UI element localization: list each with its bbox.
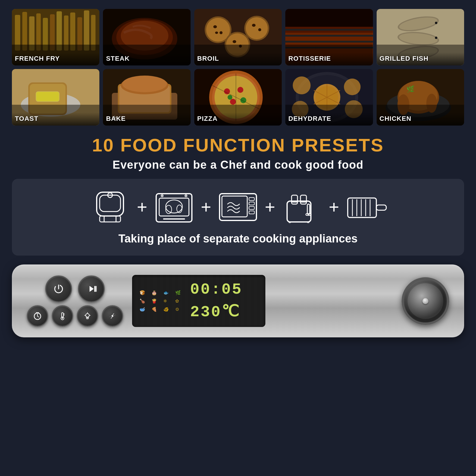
icon-chicken-display: 🍗 <box>140 298 148 304</box>
svg-rect-7 <box>57 11 62 51</box>
food-label-pizza: PIZZA <box>194 112 282 126</box>
food-item-steak[interactable]: STEAK <box>103 9 190 65</box>
food-item-bake[interactable]: ★ BAKE <box>103 69 190 126</box>
food-item-chicken[interactable]: 🌿 CHICKEN <box>377 69 464 126</box>
presets-title: 10 FOOD FUNCTION PRESETS <box>92 134 384 156</box>
svg-line-80 <box>212 85 260 109</box>
food-label-rotisserie: ROTISSERIE <box>285 52 373 65</box>
svg-point-17 <box>116 19 173 55</box>
food-label-bake: BAKE <box>103 112 190 126</box>
power-button[interactable] <box>45 275 72 302</box>
svg-rect-131 <box>289 221 291 223</box>
icon-toast-display: 🍞 <box>140 290 148 295</box>
plus-3: + <box>265 198 275 216</box>
food-label-dehydrate: DEHYDRATE <box>285 112 373 126</box>
light-button[interactable] <box>77 305 98 327</box>
svg-rect-104 <box>97 192 123 216</box>
svg-rect-11 <box>84 10 89 51</box>
buttons-group <box>27 275 123 327</box>
food-label-broil: BROIL <box>194 52 282 65</box>
svg-point-85 <box>314 84 340 111</box>
svg-point-116 <box>184 194 187 197</box>
icon-fan-display: ✿ <box>175 298 184 304</box>
dial-knob[interactable] <box>402 277 449 325</box>
svg-point-78 <box>228 95 232 100</box>
svg-point-47 <box>398 15 438 32</box>
svg-rect-65 <box>119 85 170 112</box>
timer-button[interactable] <box>27 305 48 327</box>
grill-pan-icon <box>345 189 387 225</box>
svg-line-88 <box>314 90 340 104</box>
svg-marker-143 <box>90 286 94 292</box>
food-item-grilled-fish[interactable]: GRILLED FISH <box>377 9 464 65</box>
svg-rect-60 <box>36 92 59 101</box>
svg-point-52 <box>435 22 437 24</box>
svg-rect-127 <box>292 202 298 203</box>
svg-rect-121 <box>249 202 254 205</box>
icon-leaf-display: 🌿 <box>175 290 184 295</box>
svg-point-28 <box>213 25 217 28</box>
page-wrapper: FRENCH FRY STEAK <box>0 0 476 476</box>
time-temp-display: 00:05 230℃ <box>190 281 242 321</box>
svg-rect-145 <box>96 286 97 292</box>
icon-cake-display: 🎂 <box>151 290 160 295</box>
svg-point-100 <box>397 94 409 115</box>
svg-rect-120 <box>249 198 254 201</box>
svg-point-18 <box>121 21 168 51</box>
svg-rect-4 <box>36 13 41 51</box>
svg-point-155 <box>86 314 89 317</box>
oven-icon <box>153 189 195 225</box>
svg-point-99 <box>399 81 438 111</box>
food-item-toast[interactable]: TOAST <box>12 69 99 126</box>
appliances-icons: + + <box>89 189 387 225</box>
svg-rect-8 <box>64 15 68 51</box>
svg-rect-2 <box>22 12 27 51</box>
icon-pizza-display: 🍕 <box>151 307 160 312</box>
air-fryer-icon <box>89 189 131 225</box>
svg-rect-128 <box>300 202 306 203</box>
svg-rect-5 <box>43 18 48 51</box>
svg-point-115 <box>161 194 164 197</box>
temp-button[interactable] <box>52 305 73 327</box>
food-item-rotisserie[interactable]: ROTISSERIE <box>285 9 373 65</box>
food-item-french-fry[interactable]: FRENCH FRY <box>12 9 99 65</box>
svg-rect-139 <box>376 205 386 210</box>
svg-rect-126 <box>300 195 306 204</box>
svg-point-67 <box>122 76 167 92</box>
svg-rect-123 <box>249 211 254 214</box>
icon-gear-display: ⚙ <box>175 307 184 312</box>
icon-fish2-display: 🐠 <box>163 307 172 312</box>
svg-rect-144 <box>94 286 96 292</box>
svg-rect-64 <box>118 84 171 114</box>
food-item-pizza[interactable]: PIZZA <box>194 69 282 126</box>
svg-point-86 <box>316 86 338 109</box>
svg-line-89 <box>314 90 340 104</box>
svg-point-77 <box>240 97 246 103</box>
svg-point-29 <box>220 31 223 34</box>
svg-point-90 <box>293 76 311 94</box>
svg-rect-57 <box>28 82 67 115</box>
food-label-toast: TOAST <box>12 112 99 126</box>
svg-rect-122 <box>249 206 254 209</box>
presets-subtitle: Everyone can be a Chef and cook good foo… <box>92 159 384 171</box>
appliances-text: Taking place of separate cooking applian… <box>118 232 358 245</box>
svg-rect-12 <box>91 15 95 51</box>
svg-line-148 <box>37 316 39 317</box>
fan-button[interactable] <box>102 305 123 327</box>
food-item-dehydrate[interactable]: DEHYDRATE <box>285 69 373 126</box>
svg-rect-132 <box>307 221 309 223</box>
play-pause-button[interactable] <box>78 275 105 302</box>
svg-point-25 <box>246 17 268 39</box>
control-panel: 🍞 🎂 🐟 🌿 🍗 🍟 ❄ ✿ 🥣 🍕 🐠 ⚙ 00:05 230℃ <box>12 264 464 337</box>
dial-indicator <box>422 298 428 304</box>
dial-inner <box>408 283 443 319</box>
svg-point-32 <box>258 28 261 31</box>
display-screen: 🍞 🎂 🐟 🌿 🍗 🍟 ❄ ✿ 🥣 🍕 🐠 ⚙ 00:05 230℃ <box>132 275 265 327</box>
food-item-broil[interactable]: BROIL <box>194 9 282 65</box>
svg-point-53 <box>435 37 437 39</box>
svg-point-66 <box>121 76 168 94</box>
display-icons-grid: 🍞 🎂 🐟 🌿 🍗 🍟 ❄ ✿ 🥣 🍕 🐠 ⚙ <box>140 290 184 312</box>
svg-point-24 <box>244 16 269 41</box>
svg-point-98 <box>397 81 439 114</box>
svg-rect-10 <box>77 17 82 51</box>
